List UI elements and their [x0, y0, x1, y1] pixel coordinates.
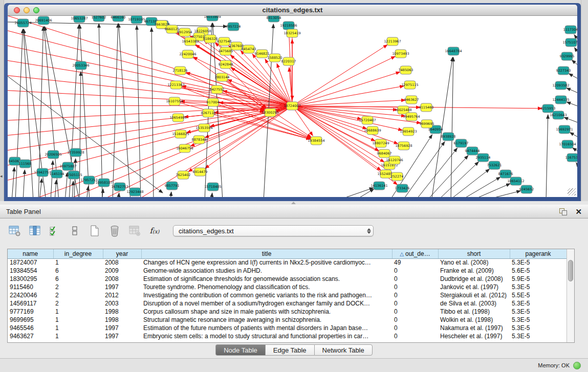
table-cell[interactable]: 5.9E-5 [510, 275, 567, 283]
graph-node[interactable]: 10975887 [59, 162, 76, 170]
table-cell[interactable]: Tourette syndrome. Phenomenology and cla… [141, 283, 392, 291]
graph-node[interactable]: 9463627 [404, 96, 419, 104]
table-cell[interactable]: 0 [392, 275, 438, 283]
table-cell[interactable]: 6 [53, 267, 103, 275]
table-cell[interactable]: 1 [53, 308, 103, 316]
table-row[interactable]: 1456911722003Disruption of a novel membe… [8, 299, 567, 308]
graph-node[interactable]: 6466160 [111, 16, 126, 21]
tab-edge-table[interactable]: Edge Table [265, 344, 314, 356]
graph-node[interactable]: 6179197 [454, 139, 469, 147]
graph-node[interactable]: 8267110 [201, 109, 216, 117]
panel-splitter-handle[interactable] [291, 202, 296, 204]
graph-node[interactable]: 15720407 [359, 116, 376, 124]
graph-node[interactable]: 18807249 [372, 139, 389, 147]
table-cell[interactable]: de Silva et al. (2003) [438, 299, 510, 308]
table-cell[interactable]: Structural magnetic resonance image aver… [141, 316, 392, 324]
graph-node[interactable]: 2803144 [215, 73, 230, 81]
table-cell[interactable]: Franke et al. (2009) [438, 267, 510, 275]
table-cell[interactable]: 0 [392, 332, 438, 340]
tab-network-table[interactable]: Network Table [314, 344, 373, 356]
table-cell[interactable]: Corpus callosum shape and size in male p… [141, 308, 392, 316]
graph-node[interactable]: 7857224 [226, 23, 241, 31]
table-cell[interactable]: 1998 [103, 308, 141, 316]
graph-node[interactable]: 111568 [19, 160, 32, 168]
table-cell[interactable]: 2012 [103, 291, 141, 299]
graph-node[interactable]: 9699695 [420, 120, 434, 128]
graph-node[interactable]: 8912954 [178, 28, 192, 36]
graph-node[interactable]: 15751074 [562, 38, 577, 47]
graph-node[interactable]: 2718126 [173, 67, 188, 75]
graph-node[interactable]: 7485063 [399, 66, 413, 74]
table-cell[interactable]: 0 [392, 308, 438, 316]
graph-node[interactable]: 15353594 [195, 124, 212, 132]
graph-node[interactable]: 1145194 [50, 170, 64, 178]
table-cell[interactable]: 0 [392, 283, 438, 291]
table-cell[interactable]: 19384554 [8, 267, 53, 275]
table-settings-icon[interactable] [7, 224, 23, 238]
graph-node[interactable]: 1117304 [563, 26, 577, 34]
graph-node[interactable]: 2935114 [476, 154, 491, 162]
table-cell[interactable]: 0 [392, 299, 438, 308]
network-canvas[interactable]: 2405572420691406106532871527602646616010… [8, 16, 577, 197]
graph-node[interactable]: 8878344 [192, 136, 207, 144]
table-cell[interactable]: 2009 [103, 267, 141, 275]
row-height-icon[interactable] [67, 224, 82, 238]
graph-node[interactable]: 1167533 [565, 154, 577, 162]
table-cell[interactable]: 6 [53, 275, 103, 283]
table-cell[interactable]: 5.5E-5 [510, 291, 567, 299]
graph-node[interactable]: 15166825 [172, 130, 189, 138]
graph-node[interactable]: 15692971 [556, 125, 573, 134]
table-row[interactable]: 946362711997Embryonic stem cells: a mode… [8, 332, 567, 340]
table-cell[interactable]: Yano et al. (2008) [438, 258, 510, 267]
graph-node[interactable]: 1588520 [268, 54, 282, 62]
graph-node[interactable]: 16046756 [176, 144, 193, 152]
graph-node[interactable]: 20206505 [45, 150, 61, 159]
graph-node[interactable]: 7625402 [176, 171, 191, 179]
column-checklist-icon[interactable] [47, 224, 62, 238]
column-header-out_de[interactable]: △out_de… [392, 249, 438, 258]
graph-node[interactable]: 12923448 [126, 188, 143, 196]
table-cell[interactable]: Embryonic stem cells: a model to study s… [141, 332, 392, 340]
table-row[interactable]: 977716911998Corpus callosum shape and si… [8, 308, 567, 316]
table-cell[interactable]: 5.6E-5 [510, 267, 567, 275]
graph-node[interactable]: 14136141 [371, 182, 387, 190]
table-cell[interactable]: 0 [392, 324, 438, 332]
table-row[interactable]: 1872400712008Changes of HCN gene express… [8, 258, 567, 267]
table-row[interactable]: 946554611997Estimation of the future num… [8, 324, 567, 332]
graph-node[interactable]: 10958107 [95, 179, 112, 187]
graph-node[interactable]: 9227343 [556, 67, 571, 75]
table-cell[interactable]: 18724007 [8, 258, 53, 267]
graph-node[interactable]: 9857791 [165, 182, 180, 190]
table-cell[interactable]: 0 [392, 316, 438, 324]
table-cell[interactable]: Estimation of the future numbers of pati… [141, 324, 392, 332]
table-cell[interactable]: 5.3E-5 [510, 316, 567, 324]
table-cell[interactable]: 1 [53, 258, 103, 267]
table-cell[interactable]: 49 [392, 258, 438, 267]
collapse-pane-arrow-icon[interactable]: ◂ [0, 174, 3, 179]
function-builder-icon[interactable]: f(x) [147, 224, 162, 238]
table-cell[interactable]: 2 [53, 283, 103, 291]
table-cell[interactable]: Nakamura et al. (1997) [438, 324, 510, 332]
graph-node[interactable]: 8454743 [242, 45, 256, 53]
table-cell[interactable]: 1 [53, 332, 103, 340]
table-cell[interactable]: 9465546 [8, 324, 53, 332]
table-cell[interactable]: 2 [53, 291, 103, 299]
graph-node[interactable]: 8427552 [210, 85, 225, 94]
graph-node[interactable]: 10654112 [507, 177, 524, 185]
graph-node[interactable]: 1733426 [395, 184, 410, 192]
graph-node[interactable]: 16107554 [166, 97, 183, 105]
graph-node[interactable]: 6914479 [193, 168, 208, 176]
graph-node[interactable]: 24055724 [14, 19, 31, 27]
table-cell[interactable]: Disruption of a novel member of a sodium… [141, 299, 392, 308]
graph-node[interactable]: 9242848 [219, 60, 233, 69]
table-cell[interactable]: Jankovic et al. (1997) [438, 283, 510, 291]
graph-node[interactable]: 10653287 [71, 16, 88, 23]
table-cell[interactable]: Stergiakouli et al. (2012) [438, 291, 510, 299]
graph-node[interactable]: 12975115 [401, 81, 418, 89]
graph-node[interactable]: 252274 [391, 172, 404, 181]
table-cell[interactable]: 5.3E-5 [510, 332, 567, 340]
table-cell[interactable]: 5.3E-5 [510, 283, 567, 291]
table-cell[interactable]: 1997 [103, 283, 141, 291]
close-panel-icon[interactable]: ✕ [575, 208, 582, 215]
table-cell[interactable]: 14569117 [8, 299, 53, 308]
